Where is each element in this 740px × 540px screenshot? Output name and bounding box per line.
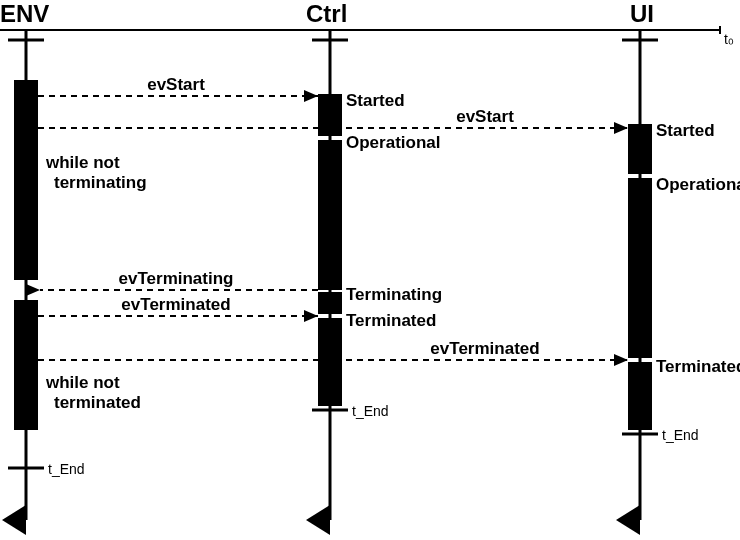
message-label-evterminating: evTerminating [119, 269, 234, 288]
condition-env-not-terminating-2: terminating [54, 173, 147, 192]
lifeline-name-env: ENV [0, 0, 49, 27]
state-ui-started: Started [656, 121, 715, 140]
message-evstart-env-ctrl: evStart [38, 75, 318, 96]
state-ctrl-started: Started [346, 91, 405, 110]
activation-ctrl-terminating [318, 292, 342, 314]
tend-tick-env: t_End [8, 461, 85, 477]
activation-env-2 [14, 300, 38, 430]
tend-label-env: t_End [48, 461, 85, 477]
tend-label-ui: t_End [662, 427, 699, 443]
condition-env-not-terminating-1: while not [45, 153, 120, 172]
message-label-evterminated-1: evTerminated [121, 295, 230, 314]
tend-label-ctrl: t_End [352, 403, 389, 419]
state-ui-operational: Operational [656, 175, 740, 194]
activation-ctrl-terminated [318, 318, 342, 406]
activation-env-1 [14, 80, 38, 280]
state-ui-terminated: Terminated [656, 357, 740, 376]
state-ctrl-terminating: Terminating [346, 285, 442, 304]
lifeline-header-ctrl: Ctrl [306, 0, 347, 27]
t0-label-ui: t₀ [724, 31, 734, 47]
activation-ui-operational [628, 178, 652, 358]
state-ctrl-operational: Operational [346, 133, 440, 152]
message-evterminating-ctrl-env: evTerminating [40, 269, 318, 290]
activation-ui-terminated [628, 362, 652, 430]
activation-ui-started [628, 124, 652, 174]
lifeline-name-ctrl: Ctrl [306, 0, 347, 27]
condition-env-not-terminated-2: terminated [54, 393, 141, 412]
lifeline-header-env: ENV [0, 0, 720, 34]
sequence-diagram: ENV Ctrl UI t₀ t₀ [0, 0, 740, 540]
lifeline-header-ui: UI [630, 0, 654, 27]
state-ctrl-terminated: Terminated [346, 311, 436, 330]
lifeline-name-ui: UI [630, 0, 654, 27]
message-label-evstart-1: evStart [147, 75, 205, 94]
message-label-evstart-2: evStart [456, 107, 514, 126]
condition-env-not-terminated-1: while not [45, 373, 120, 392]
message-evterminated-env-ctrl: evTerminated [38, 295, 318, 316]
activation-ctrl-started [318, 94, 342, 136]
message-label-evterminated-2: evTerminated [430, 339, 539, 358]
t0-tick-env: t₀ [0, 31, 44, 47]
activation-ctrl-operational [318, 140, 342, 290]
